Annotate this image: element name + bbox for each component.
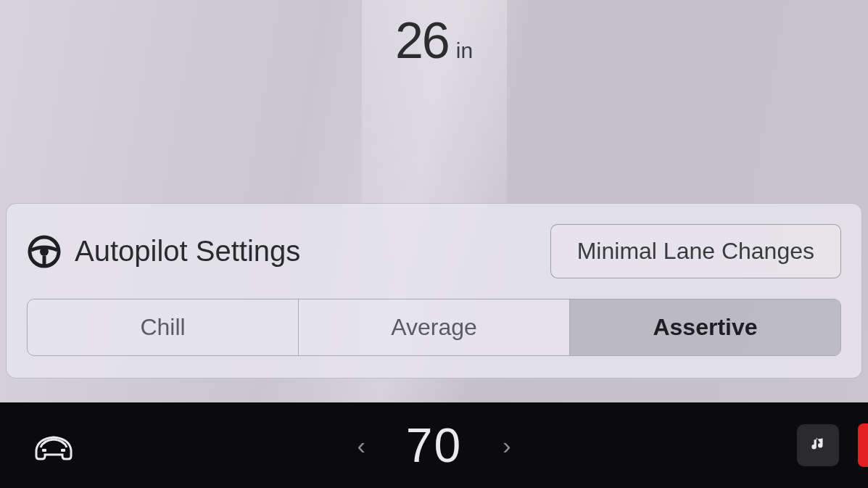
panel-header: Autopilot Settings Minimal Lane Changes: [27, 224, 841, 278]
music-button[interactable]: [797, 424, 839, 466]
driving-mode-segmented-control: Chill Average Assertive: [27, 299, 841, 356]
music-note-icon: [809, 434, 827, 456]
mode-option-average[interactable]: Average: [299, 299, 570, 355]
speed-decrease-button[interactable]: ‹: [350, 424, 372, 467]
panel-title: Autopilot Settings: [75, 235, 300, 268]
dock-right: [797, 424, 839, 466]
minimal-lane-changes-button[interactable]: Minimal Lane Changes: [550, 224, 841, 278]
distance-readout: 26 in: [395, 12, 473, 70]
panel-title-wrap: Autopilot Settings: [27, 234, 300, 269]
mode-option-chill[interactable]: Chill: [28, 299, 299, 355]
svg-rect-3: [61, 449, 65, 452]
mode-option-assertive[interactable]: Assertive: [570, 299, 840, 355]
speed-increase-button[interactable]: ›: [495, 424, 518, 467]
speed-control: ‹ 70 ›: [350, 418, 518, 473]
distance-value: 26: [395, 12, 449, 70]
dock-left: [29, 429, 78, 462]
speed-value: 70: [406, 418, 462, 473]
red-edge-indicator: [858, 423, 868, 467]
svg-rect-2: [42, 449, 46, 452]
autopilot-settings-panel: Autopilot Settings Minimal Lane Changes …: [6, 203, 862, 379]
distance-unit: in: [456, 38, 473, 63]
bottom-dock: ‹ 70 ›: [0, 402, 868, 488]
car-icon[interactable]: [29, 429, 78, 462]
steering-wheel-icon: [27, 234, 62, 269]
